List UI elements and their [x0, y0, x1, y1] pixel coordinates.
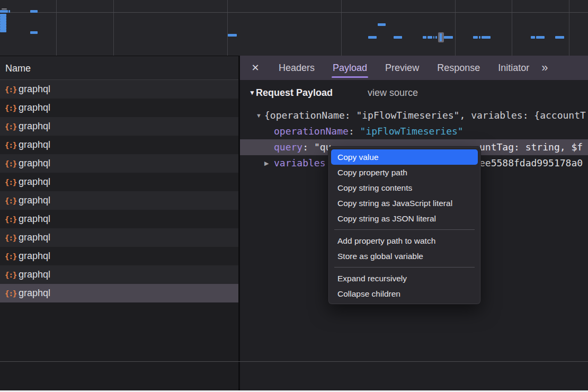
request-timing-bar: [0, 10, 8, 13]
tab-headers[interactable]: Headers: [278, 56, 316, 80]
request-name: graphql: [19, 195, 50, 206]
request-timing-bar: [531, 36, 535, 39]
json-braces-icon: {:}: [5, 159, 19, 168]
request-row[interactable]: {:}graphql: [0, 136, 238, 154]
tab-initiator[interactable]: Initiator: [497, 56, 530, 80]
request-timing-bar: [368, 36, 377, 39]
json-braces-icon: {:}: [5, 271, 19, 279]
request-timing-bar: [479, 36, 480, 39]
json-braces-icon: {:}: [5, 122, 19, 131]
request-timing-bar: [536, 36, 545, 39]
request-name: graphql: [19, 176, 50, 188]
request-timing-bar: [444, 36, 453, 39]
menu-item-expand-recursively[interactable]: Expand recursively: [331, 271, 478, 286]
json-braces-icon: {:}: [5, 215, 19, 224]
request-timing-bar: [8, 10, 10, 13]
request-name: graphql: [19, 251, 50, 262]
menu-item-add-property-path-to-watch[interactable]: Add property path to watch: [331, 233, 478, 248]
menu-item-copy-value[interactable]: Copy value: [331, 149, 478, 165]
request-row[interactable]: {:}graphql: [0, 210, 238, 228]
request-timing-bar: [228, 34, 237, 37]
tab-response[interactable]: Response: [436, 56, 481, 80]
request-row[interactable]: {:}graphql: [0, 99, 238, 117]
selected-request-marker-bar: [440, 33, 442, 41]
json-braces-icon: {:}: [5, 104, 19, 112]
request-name: graphql: [19, 232, 50, 243]
request-row[interactable]: {:}graphql: [0, 247, 238, 265]
json-braces-icon: {:}: [5, 85, 19, 94]
request-timing-bar: [30, 31, 38, 34]
request-timing-bar: [423, 36, 426, 39]
request-name: graphql: [19, 121, 50, 132]
query-row-right-fragment: untTag: string, $f: [479, 139, 583, 155]
request-list-panel: Name {:}graphql{:}graphql{:}graphql{:}gr…: [0, 56, 238, 392]
json-braces-icon: {:}: [5, 289, 19, 298]
menu-item-collapse-children[interactable]: Collapse children: [331, 286, 478, 301]
tab-preview[interactable]: Preview: [384, 56, 420, 80]
json-braces-icon: {:}: [5, 252, 19, 261]
operation-name-row[interactable]: operationName: "ipFlowTimeseries": [240, 123, 588, 139]
expand-triangle-icon[interactable]: ▶: [264, 155, 269, 171]
menu-item-copy-string-as-javascript-literal[interactable]: Copy string as JavaScript literal: [331, 195, 478, 211]
menu-separator: [334, 267, 475, 268]
request-timing-bar: [394, 36, 402, 39]
request-timing-bar: [0, 30, 6, 32]
request-row[interactable]: {:}graphql: [0, 154, 238, 173]
json-braces-icon: {:}: [5, 197, 19, 205]
request-timing-bar: [555, 36, 564, 39]
request-row[interactable]: {:}graphql: [0, 191, 238, 210]
request-row[interactable]: {:}graphql: [0, 265, 238, 284]
request-timing-bar: [473, 36, 478, 39]
view-source-link[interactable]: view source: [368, 87, 418, 99]
menu-item-copy-string-as-json-literal[interactable]: Copy string as JSON literal: [331, 211, 478, 226]
tab-payload[interactable]: Payload: [332, 56, 368, 80]
request-timing-bar: [30, 10, 38, 13]
json-braces-icon: {:}: [5, 234, 19, 242]
request-timing-bar: [482, 36, 491, 39]
request-timing-bar: [435, 36, 437, 39]
menu-item-store-as-global-variable[interactable]: Store as global variable: [331, 248, 478, 264]
request-name: graphql: [19, 269, 50, 280]
request-row[interactable]: {:}graphql: [0, 228, 238, 247]
request-timing-bar: [427, 36, 432, 39]
request-name: graphql: [19, 288, 50, 299]
menu-separator: [334, 229, 475, 230]
json-braces-icon: {:}: [5, 141, 19, 149]
menu-item-copy-string-contents[interactable]: Copy string contents: [331, 180, 478, 195]
request-name: graphql: [19, 84, 50, 95]
request-row[interactable]: {:}graphql: [0, 117, 238, 136]
collapse-triangle-icon[interactable]: ▼: [249, 89, 255, 96]
expand-triangle-icon[interactable]: ▼: [256, 108, 262, 123]
close-icon[interactable]: ✕: [248, 56, 262, 80]
request-payload-title[interactable]: ▼Request Payload: [249, 87, 333, 99]
menu-item-copy-property-path[interactable]: Copy property path: [331, 165, 478, 180]
devtools-network-panel: Name {:}graphql{:}graphql{:}graphql{:}gr…: [0, 0, 588, 392]
request-list: {:}graphql{:}graphql{:}graphql{:}graphql…: [0, 80, 238, 302]
more-tabs-chevron-icon[interactable]: »: [541, 56, 548, 80]
request-dash: [2, 8, 7, 10]
details-tab-bar: ✕ HeadersPayloadPreviewResponseInitiator…: [240, 56, 588, 80]
network-overview-timeline[interactable]: [0, 0, 588, 56]
json-preview-row[interactable]: ▼ {operationName: "ipFlowTimeseries", va…: [240, 108, 588, 123]
context-menu: Copy valueCopy property pathCopy string …: [328, 146, 481, 305]
footer-divider: [0, 361, 588, 362]
request-timing-bar: [433, 36, 434, 39]
request-timing-bar: [378, 23, 386, 26]
request-name: graphql: [19, 102, 50, 113]
panel-divider[interactable]: [238, 56, 240, 392]
variables-row-right-fragment: ee5588fdad995178a0: [479, 155, 583, 171]
request-name: graphql: [19, 139, 50, 150]
request-row[interactable]: {:}graphql: [0, 284, 238, 302]
request-name: graphql: [19, 158, 50, 169]
request-row[interactable]: {:}graphql: [0, 173, 238, 191]
request-row[interactable]: {:}graphql: [0, 80, 238, 99]
name-column-header[interactable]: Name: [0, 56, 238, 80]
request-name: graphql: [19, 213, 50, 225]
json-braces-icon: {:}: [5, 178, 19, 186]
